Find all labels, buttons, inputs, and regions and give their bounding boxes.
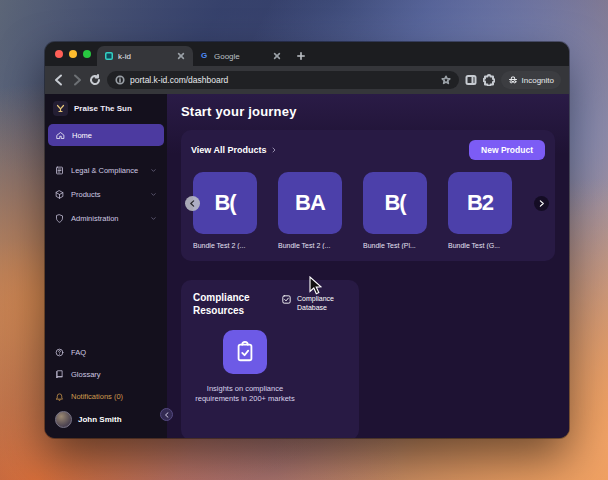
sidebar-nav-group: Legal & Compliance Products (45, 158, 167, 230)
products-card-header: View All Products New Product (191, 140, 545, 160)
reload-icon[interactable] (89, 74, 101, 86)
close-tab-icon[interactable] (177, 52, 185, 60)
sidebar-item-glossary[interactable]: Glossary (45, 363, 167, 385)
incognito-icon (508, 75, 518, 85)
product-label: Bundle Test 2 (... (278, 242, 342, 249)
sidebar-spacer (45, 230, 167, 341)
glossary-icon (55, 370, 64, 379)
products-carousel: B( Bundle Test 2 (... BA Bundle Test 2 (… (191, 172, 545, 249)
incognito-label: Incognito (522, 76, 554, 85)
close-window-button[interactable] (55, 50, 63, 58)
workspace-logo-icon (53, 101, 68, 116)
address-text: portal.k-id.com/dashboard (130, 75, 436, 85)
product-tile[interactable]: B( (193, 172, 257, 234)
tab-kid[interactable]: k-id (97, 46, 193, 66)
product-label: Bundle Test (G... (448, 242, 512, 249)
minimize-window-button[interactable] (69, 50, 77, 58)
product-label: Bundle Test 2 (... (193, 242, 257, 249)
home-icon (56, 131, 65, 140)
product-card[interactable]: BA Bundle Test 2 (... (278, 172, 342, 249)
compliance-database-tile[interactable] (223, 330, 267, 374)
chevron-right-icon (270, 146, 278, 154)
compliance-title: Compliance Resources (193, 292, 267, 317)
bookmark-star-icon[interactable] (441, 75, 451, 85)
checkbox-check-icon (281, 294, 292, 305)
zoom-window-button[interactable] (83, 50, 91, 58)
products-card: View All Products New Product B( Bundle … (181, 130, 555, 261)
product-tile[interactable]: BA (278, 172, 342, 234)
chevron-down-icon (150, 215, 157, 222)
browser-window: k-id G Google (45, 42, 569, 438)
back-icon[interactable] (53, 74, 65, 86)
user-menu[interactable]: John Smith (45, 407, 167, 438)
tab-label: Google (214, 52, 268, 61)
workspace-switcher[interactable]: Praise The Sun (45, 94, 167, 122)
sidebar-item-label: Products (71, 190, 101, 199)
products-icon (55, 190, 64, 199)
kid-favicon (105, 52, 113, 60)
carousel-next-button[interactable] (534, 196, 549, 211)
product-tile[interactable]: B2 (448, 172, 512, 234)
faq-icon (55, 348, 64, 357)
close-tab-icon[interactable] (273, 52, 281, 60)
sidebar-item-label: Glossary (71, 370, 101, 379)
carousel-prev-button[interactable] (185, 196, 200, 211)
side-panel-icon[interactable] (465, 74, 477, 86)
compliance-description: Insights on compliance requirements in 2… (193, 384, 297, 404)
legal-compliance-icon (55, 166, 64, 175)
view-all-products-label: View All Products (191, 145, 267, 155)
site-info-icon[interactable] (115, 75, 125, 85)
mouse-cursor (308, 276, 322, 296)
sidebar-item-label: Notifications (0) (71, 392, 123, 401)
tab-google[interactable]: G Google (193, 46, 289, 66)
sidebar-collapse-button[interactable] (160, 408, 173, 421)
user-name: John Smith (78, 415, 122, 424)
product-card[interactable]: B2 Bundle Test (G... (448, 172, 512, 249)
sidebar-item-administration[interactable]: Administration (45, 206, 167, 230)
avatar (55, 411, 72, 428)
sidebar-item-home[interactable]: Home (48, 124, 164, 146)
product-tile[interactable]: B( (363, 172, 427, 234)
sidebar-item-label: FAQ (71, 348, 86, 357)
sidebar-item-faq[interactable]: FAQ (45, 341, 167, 363)
browser-toolbar: portal.k-id.com/dashboard Incognito (45, 66, 569, 94)
incognito-badge: Incognito (501, 71, 561, 89)
app-content: Praise The Sun Home Legal & Compliance (45, 94, 569, 438)
bell-icon (55, 392, 64, 401)
workspace-name: Praise The Sun (74, 104, 132, 113)
new-product-button[interactable]: New Product (469, 140, 545, 160)
sidebar-item-notifications[interactable]: Notifications (0) (45, 385, 167, 407)
desktop-wallpaper: k-id G Google (0, 0, 608, 480)
sidebar-item-label: Administration (71, 214, 119, 223)
address-bar[interactable]: portal.k-id.com/dashboard (107, 71, 459, 89)
chevron-down-icon (150, 167, 157, 174)
main-content: Start your journey View All Products New… (167, 94, 569, 438)
clipboard-check-icon (234, 341, 256, 363)
tab-label: Compliance Database (297, 294, 341, 312)
forward-icon[interactable] (71, 74, 83, 86)
sidebar-item-legal-compliance[interactable]: Legal & Compliance (45, 158, 167, 182)
chevron-down-icon (150, 191, 157, 198)
sidebar: Praise The Sun Home Legal & Compliance (45, 94, 167, 438)
compliance-card-header: Compliance Resources Compliance Database (193, 292, 347, 317)
browser-tab-strip: k-id G Google (45, 42, 569, 66)
administration-icon (55, 214, 64, 223)
product-card[interactable]: B( Bundle Test (Pl... (363, 172, 427, 249)
page-title: Start your journey (181, 104, 555, 119)
window-controls (51, 42, 97, 66)
compliance-resources-card: Compliance Resources Compliance Database (181, 280, 359, 438)
sidebar-item-products[interactable]: Products (45, 182, 167, 206)
sidebar-item-label: Legal & Compliance (71, 166, 138, 175)
google-favicon: G (201, 52, 209, 60)
tab-label: k-id (118, 52, 172, 61)
product-label: Bundle Test (Pl... (363, 242, 427, 249)
sidebar-item-label: Home (72, 131, 92, 140)
view-all-products-link[interactable]: View All Products (191, 145, 278, 155)
compliance-card-body: Insights on compliance requirements in 2… (193, 330, 297, 404)
extensions-icon[interactable] (483, 74, 495, 86)
new-tab-button[interactable] (293, 48, 309, 64)
product-card[interactable]: B( Bundle Test 2 (... (193, 172, 257, 249)
